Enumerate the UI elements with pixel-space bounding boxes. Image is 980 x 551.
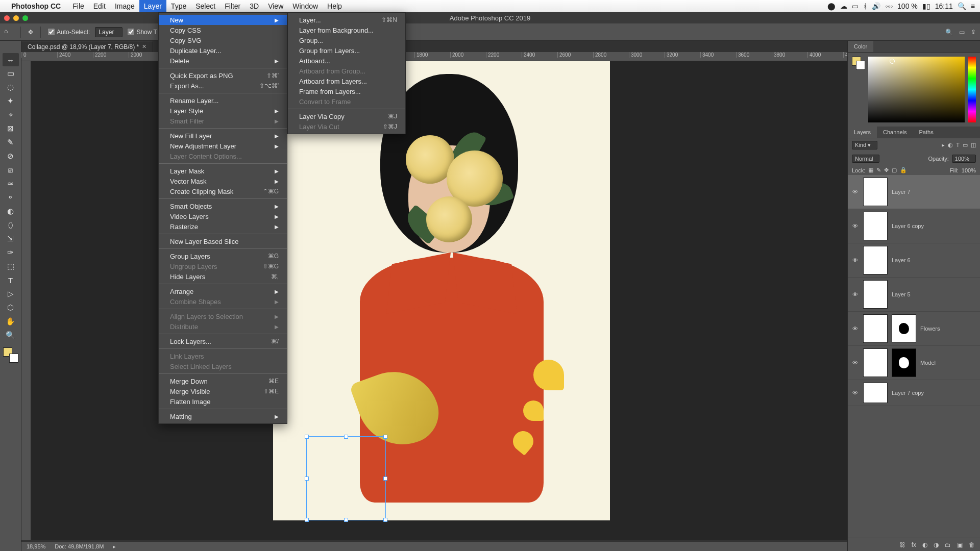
menu-item[interactable]: Layer Mask▶: [159, 166, 287, 176]
menu-item[interactable]: Merge Down⌘E: [159, 376, 287, 386]
menu-item[interactable]: New▶: [159, 15, 287, 25]
menu-help[interactable]: Help: [323, 0, 347, 12]
menu-item[interactable]: Duplicate Layer...: [159, 45, 287, 56]
menu-item[interactable]: Artboard...: [288, 56, 405, 66]
move-tool-icon[interactable]: ✥: [28, 29, 33, 36]
window-controls[interactable]: [4, 15, 28, 21]
menu-item[interactable]: Layer...⇧⌘N: [288, 15, 405, 25]
menu-3d[interactable]: 3D: [245, 0, 263, 12]
menu-item[interactable]: Group from Layers...: [288, 45, 405, 56]
document-tab[interactable]: Collage.psd @ 18,9% (Layer 7, RGB/8) * ✕: [21, 41, 153, 52]
auto-select-mode[interactable]: Layer: [95, 27, 122, 37]
tool-19[interactable]: ✋: [3, 315, 19, 328]
menu-item[interactable]: Vector Mask▶: [159, 176, 287, 186]
filter-smart-icon[interactable]: ◫: [971, 142, 976, 148]
menu-edit[interactable]: Edit: [89, 0, 110, 12]
tool-14[interactable]: ✑: [3, 246, 19, 259]
tab-channels[interactable]: Channels: [877, 127, 913, 138]
layer-row[interactable]: 👁Flowers: [848, 312, 980, 346]
layer-thumb[interactable]: [863, 383, 888, 403]
layer-row[interactable]: 👁Model: [848, 346, 980, 380]
layer-thumb[interactable]: [863, 212, 888, 240]
tool-1[interactable]: ▭: [3, 67, 19, 80]
tool-8[interactable]: ⎚: [3, 163, 19, 177]
menu-item[interactable]: New Fill Layer▶: [159, 131, 287, 141]
menu-item[interactable]: Create Clipping Mask⌃⌘G: [159, 186, 287, 196]
tool-13[interactable]: ⇲: [3, 232, 19, 245]
menu-item[interactable]: Merge Visible⇧⌘E: [159, 386, 287, 396]
layer-name[interactable]: Layer 6 copy: [892, 223, 977, 229]
new-layer-icon[interactable]: ▣: [957, 541, 963, 548]
visibility-icon[interactable]: 👁: [851, 291, 859, 297]
wifi-icon[interactable]: ◦◦◦: [885, 2, 893, 10]
menu-image[interactable]: Image: [110, 0, 139, 12]
menu-item[interactable]: Export As...⇧⌥⌘': [159, 81, 287, 91]
menu-item[interactable]: Rename Layer...: [159, 95, 287, 106]
visibility-icon[interactable]: 👁: [851, 257, 859, 263]
menu-layer[interactable]: Layer: [139, 0, 166, 12]
clock[interactable]: 16:11: [935, 2, 953, 10]
menu-filter[interactable]: Filter: [220, 0, 245, 12]
filter-type-icon[interactable]: T: [956, 142, 960, 148]
spotlight-icon[interactable]: 🔍: [958, 2, 966, 10]
transform-box[interactable]: [306, 436, 386, 520]
tool-11[interactable]: ◐: [3, 205, 19, 218]
menu-item[interactable]: Layer Style▶: [159, 106, 287, 116]
tool-20[interactable]: 🔍: [3, 329, 19, 342]
tool-16[interactable]: T: [3, 273, 19, 287]
tool-6[interactable]: ✎: [3, 136, 19, 149]
menu-item[interactable]: Copy SVG: [159, 35, 287, 45]
search-icon[interactable]: 🔍: [945, 29, 953, 36]
layer-name[interactable]: Layer 7 copy: [892, 390, 977, 396]
menu-item[interactable]: Frame from Layers...: [288, 86, 405, 96]
filter-kind[interactable]: Kind ▾: [852, 141, 877, 149]
menu-file[interactable]: File: [68, 0, 89, 12]
layer-row[interactable]: 👁Layer 7 copy: [848, 380, 980, 406]
tool-4[interactable]: ⌖: [3, 108, 19, 121]
layer-name[interactable]: Layer 5: [892, 291, 977, 297]
visibility-icon[interactable]: 👁: [851, 325, 859, 332]
blend-mode[interactable]: Normal: [852, 155, 879, 163]
tab-layers[interactable]: Layers: [848, 127, 877, 138]
layer-mask-thumb[interactable]: [892, 314, 916, 343]
tool-0[interactable]: ↔: [3, 53, 19, 66]
layer-row[interactable]: 👁Layer 6 copy: [848, 209, 980, 243]
menu-item[interactable]: Copy CSS: [159, 25, 287, 35]
doc-size[interactable]: Doc: 49,8M/191,8M: [55, 543, 104, 549]
link-layers-icon[interactable]: ⛓: [899, 541, 905, 548]
hue-slider[interactable]: [968, 57, 976, 122]
layer-thumb[interactable]: [863, 246, 888, 274]
menu-item[interactable]: New Adjustment Layer▶: [159, 141, 287, 151]
visibility-icon[interactable]: 👁: [851, 189, 859, 195]
adjustment-layer-icon[interactable]: ◑: [934, 541, 939, 548]
auto-select-checkbox[interactable]: Auto-Select:: [48, 29, 90, 36]
bg-swatch[interactable]: [9, 354, 18, 363]
lock-transparent-icon[interactable]: ▦: [868, 167, 873, 173]
visibility-icon[interactable]: 👁: [851, 360, 859, 366]
workspace-icon[interactable]: ▭: [959, 29, 965, 36]
menu-item[interactable]: New Layer Based Slice: [159, 236, 287, 246]
tool-15[interactable]: ⬚: [3, 260, 19, 273]
menu-select[interactable]: Select: [191, 0, 220, 12]
bluetooth-icon[interactable]: ᚼ: [863, 2, 867, 10]
layer-row[interactable]: 👁Layer 5: [848, 278, 980, 312]
zoom-level[interactable]: 18,95%: [27, 543, 45, 549]
layer-name[interactable]: Flowers: [920, 325, 977, 332]
tool-12[interactable]: ⬯: [3, 218, 19, 232]
group-icon[interactable]: 🗀: [945, 541, 951, 548]
close-tab-icon[interactable]: ✕: [142, 43, 146, 50]
show-transform-checkbox[interactable]: Show T: [128, 29, 157, 36]
share-icon[interactable]: ⇪: [971, 29, 976, 36]
menu-item[interactable]: Artboard from Layers...: [288, 76, 405, 86]
menu-view[interactable]: View: [263, 0, 288, 12]
layer-name[interactable]: Layer 6: [892, 257, 977, 263]
menu-item[interactable]: Arrange▶: [159, 286, 287, 296]
menu-item[interactable]: Quick Export as PNG⇧⌘': [159, 70, 287, 81]
opacity-value[interactable]: 100%: [952, 155, 976, 163]
layer-mask-icon[interactable]: ◐: [922, 541, 927, 548]
filter-shape-icon[interactable]: ▭: [963, 142, 968, 148]
color-field[interactable]: [868, 57, 965, 122]
lock-artboard-icon[interactable]: ▢: [892, 167, 897, 173]
menu-item[interactable]: Flatten Image: [159, 396, 287, 407]
tool-5[interactable]: ⊠: [3, 122, 19, 135]
